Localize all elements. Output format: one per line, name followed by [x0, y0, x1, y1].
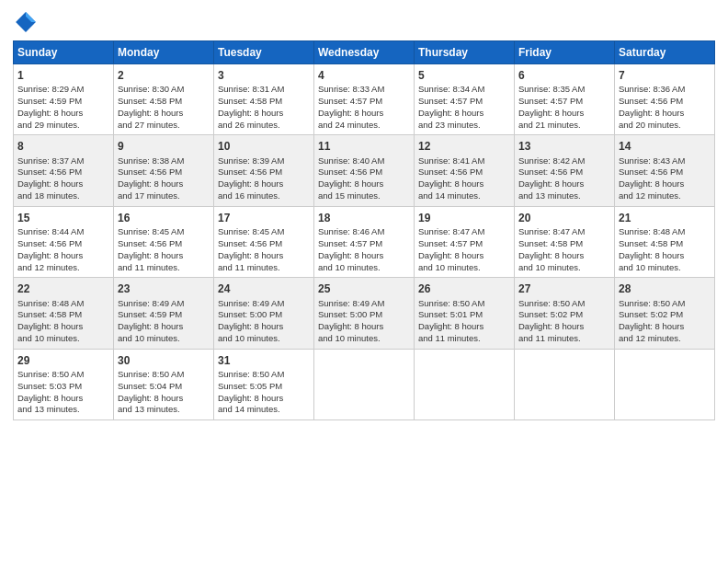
day-info-line: Sunset: 5:05 PM — [218, 381, 310, 393]
col-header-monday: Monday — [114, 41, 214, 64]
cell-1-5: 5Sunrise: 8:34 AMSunset: 4:57 PMDaylight… — [415, 64, 515, 135]
day-info-line: Daylight: 8 hours — [218, 108, 310, 120]
day-info-line: and 24 minutes. — [318, 120, 410, 132]
page: SundayMondayTuesdayWednesdayThursdayFrid… — [0, 0, 728, 563]
cell-3-5: 19Sunrise: 8:47 AMSunset: 4:57 PMDayligh… — [415, 206, 515, 277]
cell-2-4: 11Sunrise: 8:40 AMSunset: 4:56 PMDayligh… — [314, 135, 415, 206]
day-info-line: Sunset: 5:04 PM — [118, 381, 210, 393]
day-number: 8 — [17, 139, 109, 154]
cell-4-2: 23Sunrise: 8:49 AMSunset: 4:59 PMDayligh… — [114, 278, 214, 349]
day-info-line: and 21 minutes. — [518, 120, 610, 132]
day-number: 27 — [518, 282, 610, 296]
cell-5-5 — [415, 349, 515, 419]
day-info-line: and 10 minutes. — [318, 262, 410, 274]
day-info-line: and 20 minutes. — [619, 120, 711, 132]
day-number: 28 — [619, 282, 711, 296]
day-info-line: Daylight: 8 hours — [619, 321, 711, 333]
day-info-line: Sunrise: 8:50 AM — [418, 298, 510, 310]
day-info-line: Sunset: 4:58 PM — [218, 96, 310, 108]
cell-3-3: 17Sunrise: 8:45 AMSunset: 4:56 PMDayligh… — [214, 206, 314, 277]
day-info-line: Sunset: 4:56 PM — [418, 167, 510, 178]
day-info-line: Daylight: 8 hours — [17, 393, 109, 405]
day-info-line: Daylight: 8 hours — [619, 108, 711, 120]
day-number: 7 — [619, 68, 711, 83]
day-info-line: Sunset: 4:56 PM — [619, 96, 711, 108]
week-row-4: 22Sunrise: 8:48 AMSunset: 4:58 PMDayligh… — [14, 278, 715, 349]
week-row-3: 15Sunrise: 8:44 AMSunset: 4:56 PMDayligh… — [14, 206, 715, 277]
cell-5-2: 30Sunrise: 8:50 AMSunset: 5:04 PMDayligh… — [114, 349, 214, 419]
day-info-line: and 12 minutes. — [619, 333, 711, 345]
day-info-line: and 13 minutes. — [17, 404, 109, 416]
day-info-line: and 14 minutes. — [218, 404, 310, 416]
day-info-line: Daylight: 8 hours — [418, 108, 510, 120]
day-number: 11 — [318, 139, 410, 154]
cell-2-3: 10Sunrise: 8:39 AMSunset: 4:56 PMDayligh… — [214, 135, 314, 206]
day-number: 20 — [518, 211, 610, 225]
day-info-line: and 10 minutes. — [17, 333, 109, 345]
day-number: 10 — [218, 139, 310, 154]
cell-1-6: 6Sunrise: 8:35 AMSunset: 4:57 PMDaylight… — [515, 64, 615, 135]
cell-1-3: 3Sunrise: 8:31 AMSunset: 4:58 PMDaylight… — [214, 64, 314, 135]
day-info-line: Sunset: 4:56 PM — [118, 238, 210, 250]
day-info-line: Daylight: 8 hours — [418, 178, 510, 190]
day-info-line: Sunrise: 8:36 AM — [619, 84, 711, 96]
day-info-line: Sunset: 5:02 PM — [518, 309, 610, 321]
day-number: 24 — [218, 282, 310, 296]
day-number: 12 — [418, 139, 510, 154]
day-info-line: Sunrise: 8:42 AM — [518, 155, 610, 167]
day-info-line: Sunset: 4:57 PM — [318, 96, 410, 108]
cell-5-6 — [515, 349, 615, 419]
day-info-line: Daylight: 8 hours — [619, 178, 711, 190]
day-info-line: and 11 minutes. — [118, 262, 210, 274]
day-info-line: and 14 minutes. — [418, 190, 510, 202]
day-info-line: Daylight: 8 hours — [518, 178, 610, 190]
cell-3-1: 15Sunrise: 8:44 AMSunset: 4:56 PMDayligh… — [14, 206, 114, 277]
day-info-line: and 10 minutes. — [518, 262, 610, 274]
day-info-line: and 17 minutes. — [118, 190, 210, 202]
cell-5-7 — [615, 349, 715, 419]
day-info-line: Sunset: 4:56 PM — [619, 167, 711, 178]
day-info-line: Sunrise: 8:50 AM — [218, 369, 310, 381]
cell-4-1: 22Sunrise: 8:48 AMSunset: 4:58 PMDayligh… — [14, 278, 114, 349]
day-info-line: Sunrise: 8:48 AM — [619, 226, 711, 238]
day-info-line: Sunrise: 8:31 AM — [218, 84, 310, 96]
day-info-line: and 13 minutes. — [118, 404, 210, 416]
day-info-line: Daylight: 8 hours — [218, 250, 310, 262]
day-info-line: Sunrise: 8:49 AM — [218, 298, 310, 310]
cell-2-6: 13Sunrise: 8:42 AMSunset: 4:56 PMDayligh… — [515, 135, 615, 206]
day-info-line: Sunset: 4:56 PM — [17, 238, 109, 250]
day-info-line: Daylight: 8 hours — [118, 178, 210, 190]
day-info-line: and 10 minutes. — [318, 333, 410, 345]
day-info-line: Sunrise: 8:45 AM — [218, 226, 310, 238]
day-info-line: and 10 minutes. — [218, 333, 310, 345]
day-info-line: Sunrise: 8:45 AM — [118, 226, 210, 238]
day-info-line: Sunset: 5:01 PM — [418, 309, 510, 321]
day-info-line: Sunrise: 8:50 AM — [17, 369, 109, 381]
day-number: 13 — [518, 139, 610, 154]
day-info-line: Sunset: 4:59 PM — [17, 96, 109, 108]
day-info-line: and 26 minutes. — [218, 120, 310, 132]
day-info-line: Daylight: 8 hours — [318, 108, 410, 120]
day-info-line: Sunset: 5:03 PM — [17, 381, 109, 393]
day-info-line: Sunrise: 8:46 AM — [318, 226, 410, 238]
day-info-line: Sunrise: 8:49 AM — [318, 298, 410, 310]
day-info-line: Sunset: 5:00 PM — [318, 309, 410, 321]
cell-3-7: 21Sunrise: 8:48 AMSunset: 4:58 PMDayligh… — [615, 206, 715, 277]
day-info-line: Sunrise: 8:47 AM — [418, 226, 510, 238]
day-info-line: Daylight: 8 hours — [318, 321, 410, 333]
col-header-sunday: Sunday — [14, 41, 114, 64]
day-info-line: Daylight: 8 hours — [218, 178, 310, 190]
day-info-line: Daylight: 8 hours — [118, 108, 210, 120]
day-info-line: Sunrise: 8:40 AM — [318, 155, 410, 167]
day-info-line: and 27 minutes. — [118, 120, 210, 132]
cell-3-6: 20Sunrise: 8:47 AMSunset: 4:58 PMDayligh… — [515, 206, 615, 277]
day-info-line: Sunset: 4:57 PM — [518, 96, 610, 108]
day-number: 26 — [418, 282, 510, 296]
day-info-line: Daylight: 8 hours — [218, 321, 310, 333]
day-info-line: Sunrise: 8:50 AM — [118, 369, 210, 381]
day-info-line: Daylight: 8 hours — [17, 108, 109, 120]
day-info-line: Daylight: 8 hours — [318, 178, 410, 190]
day-info-line: Daylight: 8 hours — [418, 321, 510, 333]
day-info-line: Daylight: 8 hours — [17, 178, 109, 190]
cell-5-1: 29Sunrise: 8:50 AMSunset: 5:03 PMDayligh… — [14, 349, 114, 419]
